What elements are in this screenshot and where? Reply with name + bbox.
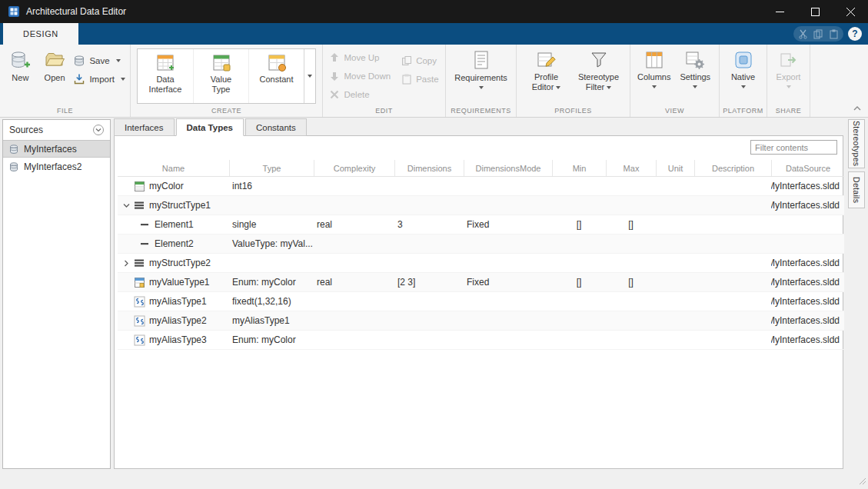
delete-button[interactable]: Delete xyxy=(329,87,391,102)
valuetype-type-icon xyxy=(132,277,146,288)
data-interface-button[interactable]: Data Interface xyxy=(138,49,193,103)
table-row-Element1[interactable]: Element1singlereal3Fixed[][] xyxy=(118,215,844,235)
cell-type: single xyxy=(229,219,314,230)
column-header-description[interactable]: Description xyxy=(694,160,771,176)
copy-icon[interactable] xyxy=(813,29,823,39)
column-header-min[interactable]: Min xyxy=(552,160,606,176)
table-row-myStructType2[interactable]: myStructType2MyInterfaces.sldd xyxy=(118,254,844,273)
sidebar-item-myinterfaces[interactable]: MyInterfaces xyxy=(3,140,110,158)
row-name: myValueType1 xyxy=(149,277,210,288)
tab-data-types[interactable]: Data Types xyxy=(176,118,244,136)
tab-constants[interactable]: Constants xyxy=(245,118,307,136)
stereotype-filter-button[interactable]: Stereotype Filter xyxy=(574,48,624,92)
alias-type-icon xyxy=(132,315,146,327)
move-up-button[interactable]: Move Up xyxy=(329,50,391,65)
column-header-dimensionsmode[interactable]: DimensionsMode xyxy=(464,160,552,176)
constant-button[interactable]: Constant xyxy=(248,49,304,103)
paste-icon xyxy=(401,74,412,85)
cell-min: [] xyxy=(552,277,606,288)
column-header-max[interactable]: Max xyxy=(606,160,656,176)
requirements-button[interactable]: Requirements xyxy=(451,48,511,89)
column-header-unit[interactable]: Unit xyxy=(656,160,694,176)
close-button[interactable] xyxy=(833,0,868,23)
help-button[interactable]: ? xyxy=(848,27,862,41)
content-tabs: InterfacesData TypesConstants xyxy=(114,118,307,136)
copy-button[interactable]: Copy xyxy=(401,53,438,68)
value-type-icon xyxy=(211,54,231,72)
create-gallery-dropdown[interactable] xyxy=(304,49,315,103)
save-button[interactable]: Save xyxy=(73,53,125,68)
table-row-myColor[interactable]: myColorint16MyInterfaces.sldd xyxy=(118,177,844,196)
section-label-view: VIEW xyxy=(630,104,719,117)
minimize-button[interactable] xyxy=(762,0,797,23)
paste-icon[interactable] xyxy=(829,29,839,39)
cell-dimensions: 3 xyxy=(394,219,464,230)
table-row-myValueType1[interactable]: myValueType1Enum: myColorreal[2 3]Fixed[… xyxy=(118,273,844,292)
sidebar-item-myinterfaces2[interactable]: MyInterfaces2 xyxy=(3,158,110,175)
native-button[interactable]: Native xyxy=(724,48,762,88)
row-name: myStructType1 xyxy=(149,200,211,211)
cell-complexity: real xyxy=(314,277,394,288)
settings-label: Settings xyxy=(680,72,710,82)
columns-icon xyxy=(644,50,664,70)
row-name: Element1 xyxy=(155,219,194,230)
native-icon xyxy=(733,50,753,70)
database-icon xyxy=(8,161,19,172)
save-label: Save xyxy=(89,56,109,65)
table-row-Element2[interactable]: Element2ValueType: myVal... xyxy=(118,235,844,254)
tab-interfaces[interactable]: Interfaces xyxy=(114,118,175,136)
cell-type: int16 xyxy=(229,181,314,191)
filter-input[interactable] xyxy=(750,140,837,155)
row-name: myStructType2 xyxy=(149,258,211,268)
resize-grip[interactable] xyxy=(859,477,866,487)
table-row-myAliasType3[interactable]: myAliasType3Enum: myColorMyInterfaces.sl… xyxy=(118,331,844,350)
column-header-dimensions[interactable]: Dimensions xyxy=(394,160,464,176)
table-row-myAliasType2[interactable]: myAliasType2myAliasType1MyInterfaces.sld… xyxy=(118,311,844,331)
column-header-datasource[interactable]: DataSource xyxy=(771,160,844,176)
collapse-ribbon-button[interactable] xyxy=(853,103,862,114)
maximize-button[interactable] xyxy=(797,0,833,23)
columns-button[interactable]: Columns xyxy=(635,48,673,88)
tab-design[interactable]: DESIGN xyxy=(3,23,78,45)
ribbon-section-share: Export SHARE xyxy=(767,45,810,117)
sources-collapse-button[interactable] xyxy=(93,125,104,135)
help-icon: ? xyxy=(852,28,857,39)
export-button[interactable]: Export xyxy=(772,48,805,88)
import-dropdown-icon[interactable] xyxy=(121,78,125,81)
move-down-button[interactable]: Move Down xyxy=(329,68,391,84)
expander-collapsed[interactable] xyxy=(121,260,132,267)
expander-expanded[interactable] xyxy=(121,203,132,208)
move-up-icon xyxy=(329,52,340,63)
native-dropdown-icon xyxy=(741,85,746,88)
database-icon xyxy=(8,144,19,155)
new-button[interactable]: New xyxy=(5,48,36,83)
section-label-requirements: REQUIREMENTS xyxy=(446,104,516,117)
cut-icon[interactable] xyxy=(798,29,808,39)
value-type-button[interactable]: Value Type xyxy=(193,49,248,103)
constant-icon xyxy=(267,54,287,72)
table-row-myAliasType1[interactable]: myAliasType1fixedt(1,32,16)MyInterfaces.… xyxy=(118,292,844,311)
open-button[interactable]: Open xyxy=(39,48,71,83)
save-dropdown-icon[interactable] xyxy=(116,59,121,62)
data-interface-icon xyxy=(155,54,175,72)
settings-button[interactable]: Settings xyxy=(677,48,715,88)
tab-stereotypes[interactable]: Stereotypes xyxy=(848,119,865,168)
cell-dataSource: MyInterfaces.sldd xyxy=(771,315,844,326)
tab-details[interactable]: Details xyxy=(848,171,865,208)
data-interface-label: Data Interface xyxy=(143,75,188,94)
cell-dimensionsMode: Fixed xyxy=(464,219,552,230)
paste-button[interactable]: Paste xyxy=(401,72,438,87)
ribbon-section-platform: Native PLATFORM xyxy=(720,45,767,117)
stereotype-filter-label: Stereotype Filter xyxy=(575,72,623,92)
column-header-name[interactable]: Name xyxy=(118,160,229,176)
profile-editor-button[interactable]: Profile Editor xyxy=(523,48,570,92)
data-types-table-body: myColorint16MyInterfaces.slddmyStructTyp… xyxy=(118,177,844,350)
sources-header: Sources xyxy=(3,120,110,140)
import-button[interactable]: Import xyxy=(73,72,125,87)
element-type-icon xyxy=(138,238,151,249)
column-header-type[interactable]: Type xyxy=(229,160,314,176)
element-type-icon xyxy=(138,219,151,230)
column-header-complexity[interactable]: Complexity xyxy=(314,160,394,176)
ribbon: New Open Save xyxy=(0,45,868,118)
table-row-myStructType1[interactable]: myStructType1MyInterfaces.sldd xyxy=(118,196,844,215)
